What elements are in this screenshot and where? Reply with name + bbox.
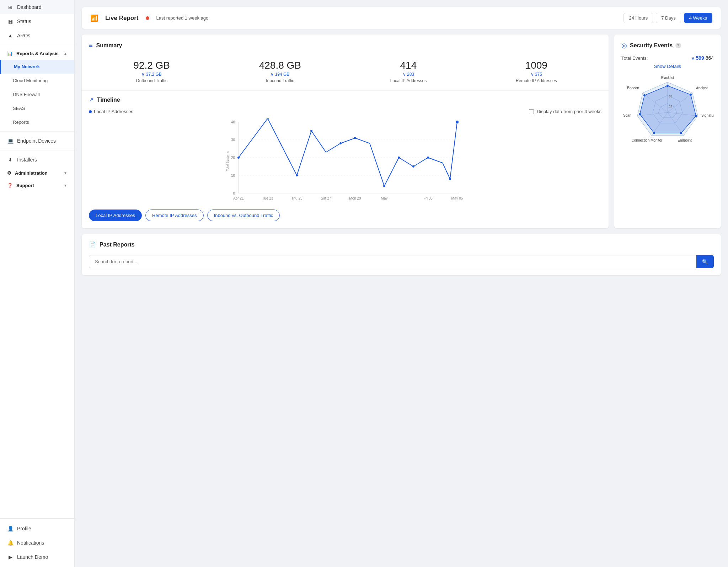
chevron-down-icon: ▼ [64,184,67,187]
sidebar-item-dns-firewall[interactable]: DNS Firewall [0,88,74,101]
radar-chart: 65 32 Blacklist Analyst Signature Endpoi… [621,73,714,152]
summary-card: ≡ Summary 92.2 GB 37.2 GB Outbound Traff… [82,35,609,228]
triangle-icon: ▲ [7,33,14,38]
security-events-card: ◎ Security Events ? Total Events: ∨ 599 … [614,35,721,228]
sidebar-item-reports[interactable]: Reports [0,115,74,129]
time-filters: 24 Hours 7 Days 4 Weeks [623,13,712,23]
svg-text:Mon 29: Mon 29 [349,196,361,200]
bar-chart-icon: ▦ [7,18,14,24]
svg-point-44 [695,115,697,117]
timeline-header: ↗ Timeline [89,96,601,103]
btn-inbound-outbound[interactable]: Inbound vs. Outbound Traffic [207,210,280,221]
launch-icon: ▶ [7,554,14,560]
svg-point-14 [310,130,312,132]
svg-point-42 [667,85,669,87]
svg-text:Endpoint: Endpoint [678,138,692,142]
timeline-icon: ↗ [89,96,93,103]
svg-point-48 [643,94,646,96]
sidebar-item-aros[interactable]: ▲ AROs [0,28,74,43]
time-filter-24h[interactable]: 24 Hours [623,13,653,23]
search-input[interactable] [89,255,696,268]
stat-local-ip-value: 414 [390,60,427,71]
chart-area: 0 10 20 30 40 Total Systems [92,118,598,204]
sidebar-item-support[interactable]: ❓ Support ▼ [0,179,74,192]
sidebar-item-launch-demo[interactable]: ▶ Launch Demo [0,550,74,564]
legend-item: Local IP Addresses [89,109,133,114]
down-arrow: ∨ [691,56,696,61]
sidebar-item-administration[interactable]: ⚙ Administration ▼ [0,167,74,179]
stat-inbound-value: 428.8 GB [259,60,301,71]
sidebar-item-my-network[interactable]: My Network [0,60,74,74]
svg-point-22 [456,121,459,123]
wifi-icon: 📶 [90,14,98,22]
sidebar-item-endpoint-devices[interactable]: 💻 Endpoint Devices [0,134,74,148]
radar-chart-container: 65 32 Blacklist Analyst Signature Endpoi… [621,73,714,153]
svg-text:Beacon: Beacon [627,86,639,90]
btn-remote-ip[interactable]: Remote IP Addresses [145,210,204,221]
svg-text:May: May [381,196,388,200]
svg-text:May 05: May 05 [451,196,463,200]
stat-outbound: 92.2 GB 37.2 GB Outbound Traffic [133,60,170,83]
line-chart: 0 10 20 30 40 Total Systems [92,118,598,204]
sidebar: ⊞ Dashboard ▦ Status ▲ AROs 📊 Reports & … [0,0,75,567]
sidebar-item-dashboard[interactable]: ⊞ Dashboard [0,0,74,14]
profile-icon: 👤 [7,526,14,531]
sidebar-section-reports-analysis[interactable]: 📊 Reports & Analysis ▲ [0,47,74,60]
svg-point-21 [449,178,451,180]
show-details-link[interactable]: Show Details [621,64,714,69]
legend-dot [89,110,92,113]
grid-icon: ⊞ [7,4,14,10]
svg-point-13 [296,174,298,176]
svg-text:Tue 23: Tue 23 [262,196,273,200]
summary-icon: ≡ [89,42,93,49]
svg-point-47 [639,113,641,115]
btn-local-ip[interactable]: Local IP Addresses [89,210,142,221]
summary-stats: 92.2 GB 37.2 GB Outbound Traffic 428.8 G… [89,56,601,90]
stat-outbound-value: 92.2 GB [133,60,170,71]
total-events-value: ∨ 599 864 [691,55,714,61]
time-filter-4w[interactable]: 4 Weeks [684,13,712,23]
chart-controls: Local IP Addresses Display data from pri… [89,109,601,114]
divider [0,45,74,45]
stat-remote-ip-value: 1009 [516,60,557,71]
sidebar-item-cloud-monitoring[interactable]: Cloud Monitoring [0,74,74,88]
top-bar-left: 📶 Live Report Last reported 1 week ago [90,14,208,22]
svg-text:Fri 03: Fri 03 [423,196,433,200]
svg-point-17 [383,185,385,187]
summary-title: Summary [96,42,122,49]
sidebar-item-notifications[interactable]: 🔔 Notifications [0,536,74,550]
svg-text:65: 65 [669,95,672,98]
stat-inbound-label: Inbound Traffic [259,78,301,83]
svg-text:30: 30 [231,138,235,142]
timeline-title: Timeline [97,97,120,103]
help-icon[interactable]: ? [675,43,681,48]
sidebar-item-seas[interactable]: SEAS [0,101,74,115]
sidebar-item-installers[interactable]: ⬇ Installers [0,153,74,167]
chart-buttons: Local IP Addresses Remote IP Addresses I… [89,210,601,221]
prior-weeks-toggle[interactable]: Display data from prior 4 weeks [529,109,601,114]
stat-remote-ip: 1009 375 Remote IP Addresses [516,60,557,83]
stat-inbound: 428.8 GB 194 GB Inbound Traffic [259,60,301,83]
past-reports-card: 📄 Past Reports 🔍 [82,234,721,275]
security-icon: ◎ [621,42,627,49]
svg-text:20: 20 [231,156,235,160]
prior-weeks-checkbox[interactable] [529,109,534,114]
svg-point-15 [339,142,342,144]
svg-point-16 [354,137,356,139]
sidebar-item-profile[interactable]: 👤 Profile [0,521,74,536]
svg-text:Signature: Signature [701,113,714,117]
support-icon: ❓ [7,183,13,188]
time-filter-7d[interactable]: 7 Days [656,13,681,23]
stat-remote-ip-change: 375 [516,72,557,77]
top-bar: 📶 Live Report Last reported 1 week ago 2… [82,7,721,29]
report-icon: 📊 [7,51,13,56]
sidebar-nav: ⊞ Dashboard ▦ Status ▲ AROs 📊 Reports & … [0,0,74,518]
main-content: 📶 Live Report Last reported 1 week ago 2… [75,0,728,567]
svg-point-11 [237,157,240,159]
stat-local-ip: 414 283 Local IP Addresses [390,60,427,83]
divider [0,131,74,132]
svg-text:Total Systems: Total Systems [226,151,229,171]
sidebar-item-status[interactable]: ▦ Status [0,14,74,28]
search-button[interactable]: 🔍 [696,255,714,268]
summary-header: ≡ Summary [89,42,601,49]
